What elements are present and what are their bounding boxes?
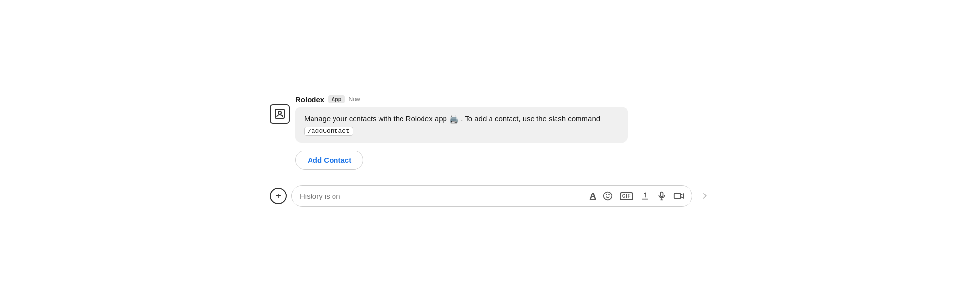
plus-icon: + [275, 191, 281, 201]
app-badge: App [328, 95, 344, 103]
chat-container: Rolodex App Now Manage your contacts wit… [270, 86, 710, 217]
app-name: Rolodex [295, 95, 324, 104]
message-text-3: . [355, 126, 357, 134]
format-text-icon[interactable]: A [590, 191, 596, 201]
action-button-row: Add Contact [295, 151, 710, 170]
microphone-icon[interactable] [657, 191, 667, 201]
svg-point-2 [603, 192, 612, 200]
svg-point-1 [278, 111, 281, 114]
send-button[interactable] [699, 191, 710, 201]
svg-rect-5 [661, 192, 663, 197]
slash-command: /addContact [304, 127, 353, 136]
timestamp: Now [349, 96, 360, 103]
printer-emoji: 🖨️ [449, 115, 459, 123]
message-row: Rolodex App Now Manage your contacts wit… [270, 95, 710, 143]
message-header: Rolodex App Now [295, 95, 710, 104]
plus-button[interactable]: + [270, 188, 287, 204]
add-contact-button[interactable]: Add Contact [295, 151, 363, 170]
emoji-icon[interactable] [603, 191, 613, 201]
message-text-1: Manage your contacts with the Rolodex ap… [304, 114, 447, 123]
input-icons: A GIF [590, 191, 684, 201]
svg-point-10 [676, 193, 677, 194]
message-text-2: . To add a contact, use the slash comman… [461, 114, 600, 123]
gif-label: GIF [620, 192, 633, 200]
upload-icon[interactable] [640, 191, 650, 201]
input-container: A GIF [291, 185, 692, 207]
input-row: + A GIF [270, 185, 710, 207]
svg-rect-8 [674, 194, 681, 199]
avatar [270, 104, 290, 124]
message-content: Rolodex App Now Manage your contacts wit… [295, 95, 710, 143]
video-icon[interactable] [673, 191, 684, 201]
message-bubble: Manage your contacts with the Rolodex ap… [295, 107, 628, 143]
message-input[interactable] [300, 192, 584, 200]
gif-icon[interactable]: GIF [620, 192, 633, 200]
